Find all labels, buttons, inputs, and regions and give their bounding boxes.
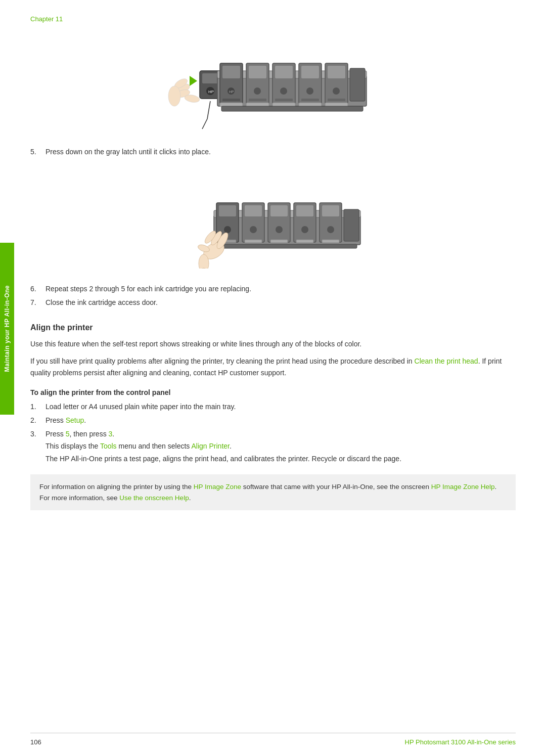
svg-rect-34: [328, 99, 345, 101]
substep-2-num: 2.: [30, 415, 46, 426]
svg-rect-22: [249, 99, 266, 101]
substep-3-period: .: [112, 430, 114, 438]
steps-part1: 5. Press down on the gray latch until it…: [30, 147, 516, 157]
hp-image-zone-help-link[interactable]: HP Image Zone Help: [431, 483, 495, 491]
tools-link[interactable]: Tools: [100, 442, 117, 450]
note-text-start: For information on aligning the printer …: [39, 483, 194, 491]
svg-rect-52: [245, 240, 262, 243]
section-heading: Align the printer: [30, 323, 516, 332]
step-7-num: 7.: [30, 297, 46, 308]
page-footer: 106 HP Photosmart 3100 All-in-One series: [30, 738, 516, 746]
svg-rect-24: [275, 66, 293, 78]
align-printer-link[interactable]: Align Printer: [191, 442, 229, 450]
detail1-mid: menu and then selects: [117, 442, 192, 450]
substep-1-text: Load letter or A4 unused plain white pap…: [46, 402, 236, 412]
substep-1-item: 1. Load letter or A4 unused plain white …: [30, 402, 516, 412]
step-7-item: 7. Close the ink cartridge access door.: [30, 297, 516, 308]
svg-rect-58: [296, 205, 313, 216]
hp-image-zone-link[interactable]: HP Image Zone: [194, 483, 241, 491]
detail1-start: This displays the: [46, 442, 100, 450]
svg-rect-15: [222, 66, 240, 78]
svg-marker-4: [190, 76, 197, 86]
main-content: Chapter 11 HP: [30, 0, 516, 510]
svg-rect-50: [245, 205, 262, 216]
sidebar-tab-label: Maintain your HP All-in-One: [4, 285, 11, 372]
svg-rect-1: [202, 73, 218, 83]
substep-3-content: Press 5, then press 3. This displays the…: [46, 429, 401, 464]
detail1-end: .: [230, 442, 232, 450]
svg-rect-26: [275, 99, 293, 101]
illustration-latch: [30, 167, 516, 269]
svg-rect-56: [270, 240, 288, 243]
clean-print-head-link[interactable]: Clean the print head: [415, 357, 478, 365]
substep-3-line: Press 5, then press 3.: [46, 429, 401, 439]
substep-2-content: Press Setup.: [46, 415, 86, 426]
substep-2-item: 2. Press Setup.: [30, 415, 516, 426]
svg-rect-32: [328, 66, 345, 78]
substep-2-start: Press: [46, 416, 66, 424]
substep-2-period: .: [84, 416, 86, 424]
note-text-end: .: [189, 494, 191, 502]
step-6-item: 6. Repeat steps 2 through 5 for each ink…: [30, 284, 516, 294]
svg-point-25: [280, 87, 287, 95]
note-box: For information on aligning the printer …: [30, 474, 516, 510]
sidebar-tab: Maintain your HP All-in-One: [0, 243, 14, 415]
svg-point-51: [250, 226, 257, 233]
svg-rect-28: [301, 66, 319, 78]
svg-point-63: [327, 226, 334, 233]
svg-rect-64: [322, 240, 339, 243]
section-para2-start: If you still have print quality problems…: [30, 357, 415, 365]
svg-rect-60: [296, 240, 313, 243]
svg-line-11: [202, 119, 207, 129]
substep-3-start: Press: [46, 430, 66, 438]
svg-rect-45: [219, 205, 236, 216]
svg-point-33: [333, 87, 340, 95]
section-para1: Use this feature when the self-test repo…: [30, 338, 516, 349]
svg-rect-62: [322, 205, 339, 216]
svg-rect-41: [221, 106, 363, 111]
svg-line-10: [207, 101, 210, 119]
substep-3-mid: , then press: [69, 430, 108, 438]
step-7-text: Close the ink cartridge access door.: [46, 297, 158, 308]
footer-product: HP Photosmart 3100 All-in-One series: [405, 738, 516, 746]
substep-3-detail2: The HP All-in-One prints a test page, al…: [46, 454, 401, 464]
step-6-num: 6.: [30, 284, 46, 294]
section-para2: If you still have print quality problems…: [30, 355, 516, 378]
ink-cartridge-svg-1: HP: [167, 33, 379, 131]
svg-rect-54: [270, 205, 288, 216]
chapter-header: Chapter 11: [30, 15, 516, 23]
illustration-insert: HP: [30, 33, 516, 131]
setup-link[interactable]: Setup: [66, 416, 84, 424]
substep-3-detail1: This displays the Tools menu and then se…: [46, 441, 401, 452]
svg-point-55: [276, 226, 283, 233]
subsection-heading: To align the printer from the control pa…: [30, 388, 516, 396]
page-container: Maintain your HP All-in-One Chapter 11 H…: [0, 0, 546, 756]
svg-text:HP: HP: [229, 90, 234, 94]
step-6-text: Repeat steps 2 through 5 for each ink ca…: [46, 284, 251, 294]
use-onscreen-help-link[interactable]: Use the onscreen Help: [119, 494, 189, 502]
svg-rect-66: [216, 244, 357, 248]
svg-rect-20: [249, 66, 266, 78]
svg-point-59: [301, 226, 308, 233]
svg-point-9: [168, 86, 180, 106]
steps-part2: 6. Repeat steps 2 through 5 for each ink…: [30, 284, 516, 308]
svg-point-46: [224, 226, 231, 233]
substep-1-num: 1.: [30, 402, 46, 412]
substep-3-item: 3. Press 5, then press 3. This displays …: [30, 429, 516, 464]
substep-3-num: 3.: [30, 429, 46, 464]
footer-page-num: 106: [30, 738, 41, 746]
svg-rect-18: [222, 99, 240, 101]
svg-rect-30: [301, 99, 319, 101]
footer-divider: [30, 733, 516, 733]
svg-rect-35: [350, 68, 365, 101]
step-5-item: 5. Press down on the gray latch until it…: [30, 147, 516, 157]
step-5-text: Press down on the gray latch until it cl…: [46, 147, 211, 157]
svg-rect-65: [344, 209, 359, 241]
note-text-mid: software that came with your HP All-in-O…: [241, 483, 431, 491]
step-5-num: 5.: [30, 147, 46, 157]
svg-point-21: [254, 87, 261, 95]
svg-text:HP: HP: [208, 90, 214, 94]
svg-point-29: [306, 87, 313, 95]
substeps-list: 1. Load letter or A4 unused plain white …: [30, 402, 516, 464]
ink-cartridge-svg-2: [167, 167, 379, 269]
